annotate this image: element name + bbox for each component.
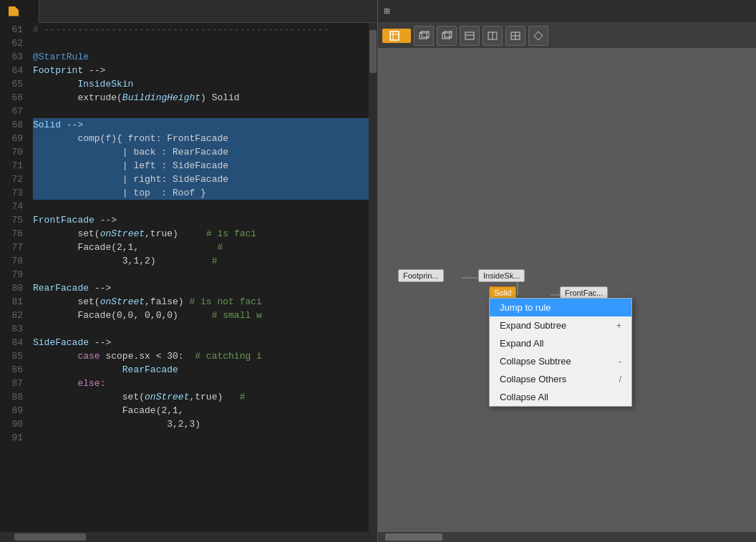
file-icon — [9, 6, 19, 16]
code-line: 3,1,2) # — [33, 254, 369, 268]
hierarchy-maximize-button[interactable] — [737, 5, 750, 18]
view-flat-icon-1 — [487, 30, 498, 42]
code-line: InsideSkin — [33, 77, 369, 91]
code-line: case scope.sx < 30: # catching i — [33, 349, 369, 363]
code-line: | right: SideFacade — [33, 173, 369, 186]
hierarchy-toolbar — [378, 23, 756, 49]
svg-marker-20 — [534, 32, 543, 40]
code-line: | top : Roof } — [33, 186, 369, 200]
code-line: extrude(BuildingHeight) Solid — [33, 91, 369, 105]
code-line: 3,2,3) — [33, 417, 369, 431]
code-line — [33, 37, 369, 50]
editor-content: 6162636465666768697071727374757677787980… — [0, 23, 377, 532]
context-menu-item-expand-subtree[interactable]: Expand Subtree+ — [490, 316, 631, 334]
editor-tab-bar — [0, 0, 377, 23]
context-menu: Jump to ruleExpand Subtree+Expand AllCol… — [489, 298, 632, 407]
context-menu-item-collapse-subtree[interactable]: Collapse Subtree- — [490, 352, 631, 370]
context-menu-item-shortcut: - — [619, 357, 621, 367]
inspect-icon — [389, 31, 399, 41]
toolbar-view-btn-6[interactable] — [528, 26, 548, 46]
code-line — [33, 268, 369, 281]
code-line: RearFacade — [33, 363, 369, 377]
hierarchy-win-controls — [723, 5, 750, 18]
context-menu-item-collapse-others[interactable]: Collapse Others/ — [490, 370, 631, 388]
context-menu-item-collapse-all[interactable]: Collapse All — [490, 388, 631, 406]
svg-rect-0 — [390, 32, 399, 40]
code-line: # --------------------------------------… — [33, 23, 369, 37]
hierarchy-minimize-button[interactable] — [723, 5, 736, 18]
hierarchy-tab-bar: ⊞ — [378, 0, 756, 23]
toolbar-view-btn-1[interactable] — [414, 26, 434, 46]
view-flat-icon-2 — [510, 30, 521, 42]
code-line: SideFacade --> — [33, 336, 369, 349]
hierarchy-node[interactable]: Footprin... — [398, 269, 444, 282]
code-line — [33, 200, 369, 213]
toolbar-view-btn-4[interactable] — [483, 26, 503, 46]
code-line — [33, 105, 369, 118]
context-menu-item-label: Collapse Subtree — [500, 356, 571, 367]
hierarchy-node[interactable]: InsideSk... — [478, 269, 525, 282]
code-line: | back : RearFacade — [33, 145, 369, 159]
maximize-button[interactable] — [362, 5, 374, 18]
code-line: comp(f){ front: FrontFacade — [33, 132, 369, 145]
view-flat-icon-3 — [533, 30, 544, 42]
line-numbers: 6162636465666768697071727374757677787980… — [0, 23, 29, 532]
scrollbar-thumb-horizontal[interactable] — [14, 533, 86, 541]
code-line: RearFacade --> — [33, 281, 369, 295]
code-line: set(onStreet,false) # is not faci — [33, 295, 369, 309]
code-line — [33, 431, 369, 445]
context-menu-item-label: Jump to rule — [500, 302, 551, 313]
hierarchy-canvas[interactable]: Footprin...InsideSk...SolidFrontFac...Ju… — [378, 49, 756, 532]
code-line: set(onStreet,true) # — [33, 390, 369, 404]
code-line: Solid --> — [33, 118, 369, 132]
code-line — [33, 322, 369, 336]
context-menu-item-label: Expand All — [500, 338, 543, 349]
hierarchy-panel: ⊞ — [378, 0, 756, 542]
context-menu-item-shortcut: / — [619, 374, 621, 384]
editor-panel: 6162636465666768697071727374757677787980… — [0, 0, 378, 542]
code-line: Facade(2,1, — [33, 404, 369, 417]
code-line: set(onStreet,true) # is faci — [33, 227, 369, 241]
svg-rect-3 — [420, 33, 427, 39]
context-menu-item-expand-all[interactable]: Expand All — [490, 334, 631, 352]
hierarchy-scrollbar-thumb[interactable] — [385, 533, 442, 541]
code-area[interactable]: # --------------------------------------… — [29, 23, 369, 532]
horizontal-scrollbar[interactable] — [0, 532, 377, 542]
code-line: Footprint --> — [33, 64, 369, 77]
hierarchy-panel-icon: ⊞ — [384, 5, 389, 17]
toolbar-view-btn-3[interactable] — [460, 26, 480, 46]
view-perspective-icon-2 — [441, 30, 452, 42]
toolbar-view-btn-5[interactable] — [505, 26, 525, 46]
view-perspective-icon-1 — [418, 30, 430, 42]
context-menu-item-label: Collapse All — [500, 392, 548, 402]
code-line: | left : SideFacade — [33, 159, 369, 173]
context-menu-item-shortcut: + — [616, 321, 621, 331]
editor-tab[interactable] — [0, 0, 39, 23]
code-line: @StartRule — [33, 50, 369, 64]
editor-window-controls — [347, 5, 377, 18]
scrollbar-thumb[interactable] — [369, 30, 377, 73]
minimize-button[interactable] — [347, 5, 360, 18]
inspect-model-button[interactable] — [382, 29, 411, 43]
vertical-scrollbar[interactable] — [369, 23, 377, 532]
code-line: Facade(0,0, 0,0,0) # small w — [33, 309, 369, 322]
svg-rect-8 — [442, 33, 450, 39]
context-menu-item-label: Expand Subtree — [500, 320, 566, 331]
toolbar-view-btn-2[interactable] — [437, 26, 457, 46]
context-menu-item-label: Collapse Others — [500, 374, 566, 384]
context-menu-item-jump-to-rule[interactable]: Jump to rule — [490, 299, 631, 316]
hierarchy-horizontal-scrollbar[interactable] — [378, 532, 756, 542]
code-line: Facade(2,1, # — [33, 241, 369, 254]
code-line: FrontFacade --> — [33, 213, 369, 227]
code-line: else: — [33, 377, 369, 390]
view-perspective-icon-3 — [464, 30, 475, 42]
svg-rect-13 — [465, 32, 474, 39]
